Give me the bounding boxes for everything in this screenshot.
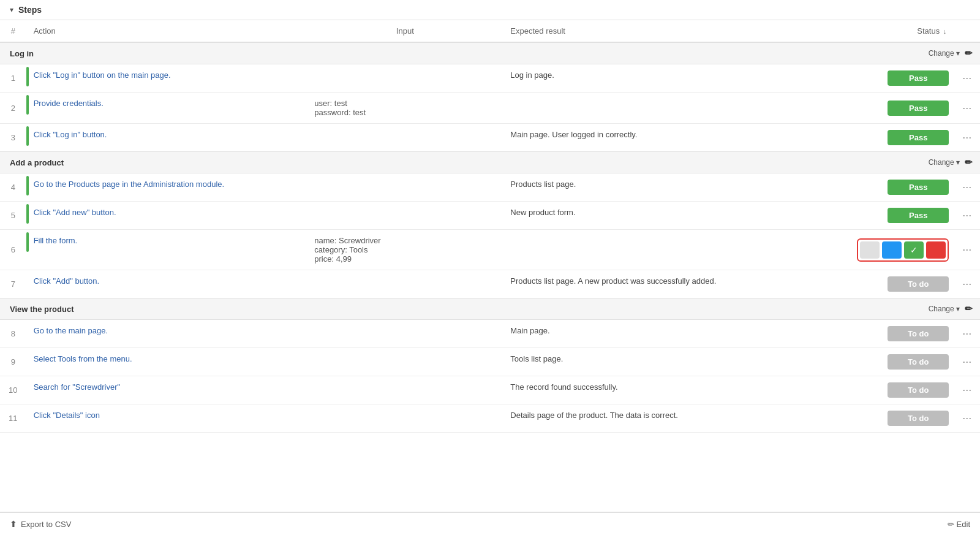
status-btn-red[interactable] [926, 241, 946, 259]
row-status[interactable]: To do [823, 270, 954, 298]
action-text: Click "Log in" button on the main page. [32, 64, 307, 89]
row-status[interactable]: To do [823, 376, 954, 404]
row-status[interactable]: To do [823, 348, 954, 376]
status-btn-gray[interactable] [860, 241, 880, 259]
row-input [307, 124, 503, 152]
col-header-input: Input [307, 20, 503, 42]
row-expected [503, 230, 823, 270]
row-input [307, 202, 503, 230]
steps-header[interactable]: ▾ Steps [0, 0, 980, 20]
row-status[interactable]: ✓ [823, 230, 954, 270]
action-text: Fill the form. [32, 230, 307, 254]
table-row: 8Go to the main page.Main page.To do··· [0, 320, 980, 348]
pass-button[interactable]: Pass [888, 101, 949, 116]
action-text: Click "Add new" button. [32, 202, 307, 226]
action-text: Click "Add" button. [32, 270, 307, 295]
row-action: Click "Details" icon [26, 404, 307, 433]
status-btn-blue[interactable] [882, 241, 902, 259]
row-dots[interactable]: ··· [954, 64, 980, 93]
action-text: Click "Log in" button. [32, 124, 307, 148]
row-expected: The record found successfully. [503, 376, 823, 404]
row-action: Click "Add" button. [26, 270, 307, 298]
action-text: Provide credentials. [32, 93, 307, 117]
row-dots[interactable]: ··· [954, 404, 980, 433]
status-bar [26, 67, 29, 86]
todo-button[interactable]: To do [888, 276, 949, 292]
row-action: Fill the form. [26, 230, 307, 270]
edit-button[interactable]: ✏ Edit [948, 520, 970, 529]
row-input [307, 348, 503, 376]
change-button-login[interactable]: Change ▾ [929, 49, 960, 58]
row-dots[interactable]: ··· [954, 348, 980, 376]
export-label: Export to CSV [21, 520, 71, 529]
row-num: 2 [0, 93, 26, 124]
change-button-view-product[interactable]: Change ▾ [929, 305, 960, 313]
todo-button[interactable]: To do [888, 411, 949, 426]
row-action: Go to the Products page in the Administr… [26, 173, 307, 202]
status-btn-green[interactable]: ✓ [904, 241, 924, 259]
row-dots[interactable]: ··· [954, 230, 980, 270]
row-expected: Products list page. [503, 173, 823, 202]
status-bar [26, 204, 29, 224]
todo-button[interactable]: To do [888, 354, 949, 370]
row-status[interactable]: To do [823, 404, 954, 433]
row-expected: Details page of the product. The data is… [503, 404, 823, 433]
table-row: 6Fill the form.name: Screwdriver categor… [0, 230, 980, 270]
row-action: Search for "Screwdriver" [26, 376, 307, 404]
row-status[interactable]: Pass [823, 64, 954, 93]
section-edit-icon-add-product[interactable]: ✏ [965, 157, 973, 168]
section-edit-icon-view-product[interactable]: ✏ [965, 303, 973, 314]
status-group[interactable]: ✓ [857, 238, 949, 262]
section-row-view-product: View the productChange ▾✏ [0, 298, 980, 320]
todo-button[interactable]: To do [888, 326, 949, 341]
table-row: 2Provide credentials.user: test password… [0, 93, 980, 124]
table-wrapper: # Action Input Expected result Status ↓ … [0, 20, 980, 512]
steps-title: Steps [18, 5, 42, 15]
row-dots[interactable]: ··· [954, 124, 980, 152]
row-dots[interactable]: ··· [954, 320, 980, 348]
export-csv-button[interactable]: ⬆ Export to CSV [10, 519, 71, 529]
row-input [307, 173, 503, 202]
pass-button[interactable]: Pass [888, 180, 949, 195]
row-status[interactable]: Pass [823, 93, 954, 124]
row-expected [503, 93, 823, 124]
section-edit-icon-login[interactable]: ✏ [965, 48, 973, 59]
row-action: Go to the main page. [26, 320, 307, 348]
col-header-status[interactable]: Status ↓ [823, 20, 954, 42]
row-status[interactable]: Pass [823, 124, 954, 152]
row-status[interactable]: To do [823, 320, 954, 348]
row-dots[interactable]: ··· [954, 376, 980, 404]
row-dots[interactable]: ··· [954, 202, 980, 230]
pass-button[interactable]: Pass [888, 70, 949, 86]
pass-button[interactable]: Pass [888, 130, 949, 145]
row-input [307, 376, 503, 404]
table-row: 10Search for "Screwdriver"The record fou… [0, 376, 980, 404]
row-expected: Main page. User logged in correctly. [503, 124, 823, 152]
row-status[interactable]: Pass [823, 173, 954, 202]
row-expected: New product form. [503, 202, 823, 230]
pass-button[interactable]: Pass [888, 208, 949, 223]
edit-label: Edit [957, 520, 970, 529]
row-dots[interactable]: ··· [954, 93, 980, 124]
action-text: Click "Details" icon [32, 404, 307, 429]
row-num: 8 [0, 320, 26, 348]
row-dots[interactable]: ··· [954, 270, 980, 298]
row-input [307, 64, 503, 93]
table-row: 5Click "Add new" button.New product form… [0, 202, 980, 230]
table-row: 7Click "Add" button.Products list page. … [0, 270, 980, 298]
section-row-login: Log inChange ▾✏ [0, 42, 980, 64]
row-input [307, 320, 503, 348]
change-button-add-product[interactable]: Change ▾ [929, 158, 960, 167]
action-text: Search for "Screwdriver" [32, 376, 307, 401]
row-num: 1 [0, 64, 26, 93]
row-expected: Tools list page. [503, 348, 823, 376]
row-status[interactable]: Pass [823, 202, 954, 230]
table-row: 4Go to the Products page in the Administ… [0, 173, 980, 202]
row-num: 7 [0, 270, 26, 298]
row-dots[interactable]: ··· [954, 173, 980, 202]
table-row: 3Click "Log in" button.Main page. User l… [0, 124, 980, 152]
todo-button[interactable]: To do [888, 382, 949, 398]
col-header-action: Action [26, 20, 307, 42]
status-bar [26, 232, 29, 252]
status-bar [26, 95, 29, 115]
